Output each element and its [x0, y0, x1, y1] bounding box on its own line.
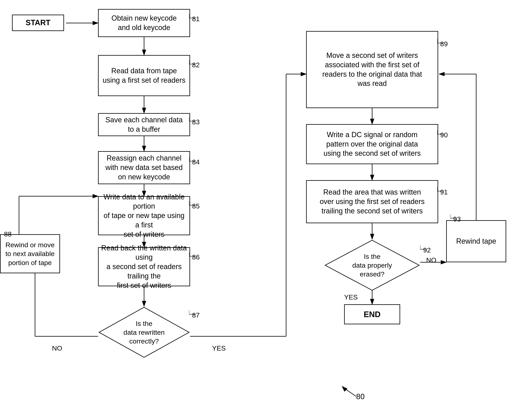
flowchart-diagram: START Obtain new keycodeand old keycode …: [0, 0, 532, 420]
box-81: Obtain new keycodeand old keycode: [98, 9, 190, 37]
label-yes-92: YES: [344, 293, 358, 301]
label-no-92: NO: [426, 256, 436, 264]
box-90: Write a DC signal or randompattern over …: [306, 124, 438, 164]
ref-88: 88: [4, 230, 12, 238]
diamond-92: Is thedata properlyerased?: [324, 239, 420, 291]
connector-lines: [0, 0, 532, 420]
box-84: Reassign each channelwith new data set b…: [98, 151, 190, 184]
box-91: Read the area that was writtenover using…: [306, 180, 438, 223]
end-box: END: [344, 304, 400, 324]
diamond-87: Is thedata rewrittencorrectly?: [98, 306, 190, 358]
box-83: Save each channel datato a buffer: [98, 113, 190, 136]
box-89: Move a second set of writersassociated w…: [306, 31, 438, 108]
label-no-87: NO: [52, 344, 62, 352]
box-86: Read back the written data usinga second…: [98, 247, 190, 286]
box-93: Rewind tape: [446, 220, 506, 262]
box-88: Rewind or moveto next availableportion o…: [0, 234, 60, 273]
box-82: Read data from tapeusing a first set of …: [98, 55, 190, 96]
box-85: Write data to an available portionof tap…: [98, 196, 190, 235]
start-box: START: [12, 15, 64, 31]
label-yes-87: YES: [212, 344, 226, 352]
